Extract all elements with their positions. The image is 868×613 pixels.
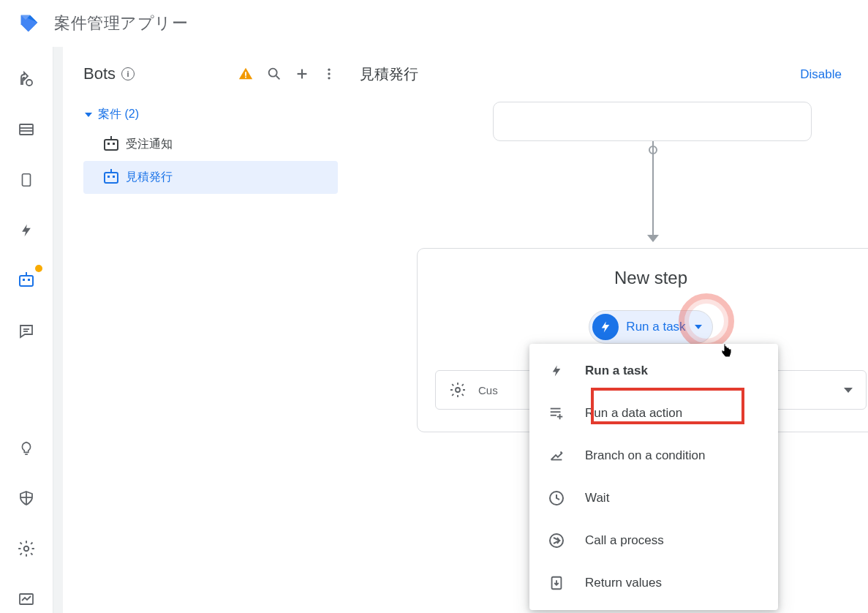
svg-rect-10 bbox=[245, 72, 246, 76]
tree-item-bot-0[interactable]: 受注通知 bbox=[83, 128, 338, 161]
svg-point-8 bbox=[24, 546, 29, 551]
svg-rect-1 bbox=[20, 124, 33, 135]
dropdown-item-call-process[interactable]: Call a process bbox=[529, 519, 778, 562]
rail-home-icon[interactable] bbox=[12, 64, 41, 93]
dropdown-label: Branch on a condition bbox=[585, 448, 705, 463]
rail-settings-icon[interactable] bbox=[12, 534, 41, 563]
chip-label: Run a task bbox=[626, 320, 685, 334]
return-values-icon bbox=[547, 573, 566, 593]
bot-icon bbox=[104, 172, 118, 184]
chevron-down-icon bbox=[695, 325, 702, 329]
svg-point-17 bbox=[328, 72, 330, 75]
rail-data-icon[interactable] bbox=[12, 115, 41, 143]
connector-arrow bbox=[647, 235, 659, 242]
custom-label: Cus bbox=[478, 384, 498, 396]
svg-point-16 bbox=[328, 69, 330, 71]
run-a-task-chip[interactable]: Run a task bbox=[589, 310, 712, 344]
tree-parent-label: 案件 (2) bbox=[98, 107, 139, 122]
dropdown-item-run-task[interactable]: Run a task bbox=[529, 350, 778, 392]
chevron-down-icon bbox=[844, 388, 853, 393]
svg-line-13 bbox=[276, 76, 280, 80]
connector-line bbox=[652, 141, 654, 236]
tree-item-label: 受注通知 bbox=[126, 137, 173, 152]
rail-chat-icon[interactable] bbox=[12, 317, 41, 345]
svg-point-26 bbox=[550, 534, 563, 547]
bots-panel: Bots i 案件 (2) 受注通知 見積発行 bbox=[63, 47, 348, 613]
bots-title: Bots bbox=[83, 64, 116, 83]
bot-icon bbox=[104, 139, 118, 151]
step-type-dropdown: Run a task Run a data action Branch on a… bbox=[529, 344, 778, 610]
rail-security-icon[interactable] bbox=[12, 484, 41, 512]
tree-item-bot-1[interactable]: 見積発行 bbox=[83, 161, 338, 194]
rail-actions-icon[interactable] bbox=[12, 216, 41, 244]
bots-header: Bots i bbox=[83, 64, 342, 83]
rail-automation-icon[interactable] bbox=[12, 266, 41, 295]
automation-notification-dot bbox=[35, 265, 42, 272]
rail-manage-icon[interactable] bbox=[12, 584, 41, 613]
dropdown-item-return-values[interactable]: Return values bbox=[529, 562, 778, 604]
appsheet-logo[interactable] bbox=[18, 12, 41, 35]
bolt-icon bbox=[547, 361, 566, 380]
new-step-title: New step bbox=[435, 268, 867, 288]
svg-rect-11 bbox=[245, 77, 246, 78]
dropdown-label: Return values bbox=[585, 576, 662, 590]
panel-divider[interactable] bbox=[53, 47, 63, 613]
gear-icon bbox=[449, 381, 467, 399]
caret-down-icon bbox=[85, 113, 92, 117]
call-process-icon bbox=[547, 531, 566, 550]
disable-button[interactable]: Disable bbox=[800, 67, 842, 82]
branch-icon bbox=[547, 446, 566, 465]
svg-point-19 bbox=[456, 388, 460, 392]
info-icon[interactable]: i bbox=[121, 67, 135, 80]
dropdown-label: Run a data action bbox=[585, 406, 682, 421]
clock-icon bbox=[547, 489, 566, 508]
dropdown-item-wait[interactable]: Wait bbox=[529, 477, 778, 519]
bot-detail-title: 見積発行 bbox=[360, 64, 418, 84]
svg-point-18 bbox=[328, 77, 330, 79]
dropdown-item-branch[interactable]: Branch on a condition bbox=[529, 435, 778, 477]
tree-parent[interactable]: 案件 (2) bbox=[83, 101, 342, 128]
left-nav-rail bbox=[0, 47, 53, 613]
svg-rect-4 bbox=[23, 173, 31, 186]
more-icon[interactable] bbox=[322, 66, 336, 82]
data-add-icon bbox=[547, 404, 566, 423]
main-header: 見積発行 Disable bbox=[360, 64, 842, 84]
add-icon[interactable] bbox=[294, 66, 310, 82]
app-title: 案件管理アプリー bbox=[54, 12, 188, 34]
svg-point-0 bbox=[26, 80, 32, 86]
warning-icon[interactable] bbox=[237, 66, 254, 82]
dropdown-label: Call a process bbox=[585, 533, 664, 548]
search-icon[interactable] bbox=[266, 66, 282, 82]
app-header: 案件管理アプリー bbox=[0, 0, 868, 47]
bolt-icon bbox=[592, 314, 619, 340]
dropdown-label: Run a task bbox=[585, 364, 648, 378]
rail-views-icon[interactable] bbox=[12, 165, 41, 194]
tree-item-label: 見積発行 bbox=[126, 170, 173, 185]
click-highlight bbox=[679, 293, 734, 349]
rail-intelligence-icon[interactable] bbox=[12, 433, 41, 462]
dropdown-item-run-data-action[interactable]: Run a data action bbox=[529, 392, 778, 435]
previous-step-node[interactable] bbox=[493, 102, 812, 141]
svg-point-12 bbox=[269, 69, 277, 77]
dropdown-label: Wait bbox=[585, 491, 609, 505]
